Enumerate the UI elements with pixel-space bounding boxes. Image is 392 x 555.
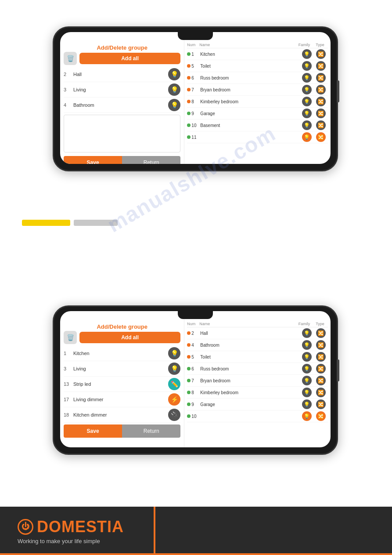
dot-orange <box>187 355 191 359</box>
type-shuffle-icon: 🔀 <box>316 340 326 350</box>
item-num: 4 <box>64 102 73 108</box>
rli-num: 6 <box>191 366 200 371</box>
phone-1: Add/Delete groupe 🗑️ Add all 2 Hall 💡 3 … <box>53 26 338 171</box>
save-button-1[interactable]: Save <box>64 156 122 164</box>
rli-type-icon: 🔀 <box>314 364 328 374</box>
rli-family-icon: 💡 <box>300 328 314 338</box>
dimmer-icon-living: ⚡ <box>168 393 180 406</box>
header-type: Type <box>312 43 328 47</box>
rli-family-icon: 💡 <box>300 120 314 130</box>
family-bulb-icon: 💡 <box>302 85 312 94</box>
bulb-icon-kitchen: 💡 <box>168 347 180 359</box>
type-shuffle-icon: 🔀 <box>316 61 326 71</box>
dot-orange <box>187 64 191 68</box>
rli-num: 1 <box>191 52 200 57</box>
rli-family-icon: 💡 <box>300 61 314 71</box>
list-item-2-kitchen: 1 Kitchen 💡 <box>64 346 180 361</box>
footer-tagline: Working to make your life simple <box>18 538 124 544</box>
footer-brand: ⏻ DOMESTIA <box>18 518 124 536</box>
rli-name: Garage <box>200 111 300 116</box>
rli-family-icon: 💡 <box>300 109 314 118</box>
list-item-2-living: 3 Living 💡 <box>64 361 180 377</box>
trash-button-1[interactable]: 🗑️ <box>64 52 77 65</box>
rli-family-icon: 💡 <box>300 73 314 83</box>
side-button-2 <box>337 359 339 381</box>
header-num: Num <box>187 43 199 47</box>
header-num2: Num <box>187 322 199 326</box>
return-button-2[interactable]: Return <box>122 424 180 438</box>
app-1-right: Num Name Family Type 1 Kitchen 💡 🔀 5 Toi… <box>184 40 331 164</box>
footer-divider <box>0 553 392 555</box>
rli-type-icon: 🔀 <box>314 73 328 83</box>
rli-family-icon: 💡 <box>300 132 314 142</box>
type-shuffle-icon: 🔀 <box>316 49 326 59</box>
list-item-2-strip: 13 Strip led ✏️ <box>64 377 180 392</box>
rli-num: 7 <box>191 87 200 92</box>
rli-type-icon: 🔀 <box>314 97 328 106</box>
family-bulb-icon: 💡 <box>302 376 312 385</box>
type-shuffle-icon: 🔀 <box>316 109 326 118</box>
rli-type-icon: 🔀 <box>314 399 328 409</box>
dot-orange <box>187 88 191 91</box>
rli-type-icon: 🔀 <box>314 61 328 71</box>
app-1-title: Add/Delete groupe <box>64 43 180 52</box>
type-shuffle-icon: 🔀 <box>316 97 326 106</box>
save-button-2[interactable]: Save <box>64 424 122 438</box>
trash-button-2[interactable]: 🗑️ <box>64 331 77 344</box>
rli-num: 7 <box>191 378 200 383</box>
rli-family-icon: 💡 <box>300 85 314 94</box>
add-all-button-1[interactable]: Add all <box>79 53 180 64</box>
type-shuffle-icon: 🔀 <box>316 364 326 374</box>
header-family: Family <box>296 43 312 47</box>
bulb-icon-bathroom: 💡 <box>168 99 180 111</box>
item-num: 3 <box>64 366 73 371</box>
item-name: Kitchen <box>73 351 166 356</box>
rli-type-icon: 🔀 <box>314 49 328 59</box>
rli-num: 10 <box>191 123 200 128</box>
bulb-icon-living2: 💡 <box>168 363 180 375</box>
phone-notch-1 <box>178 32 213 40</box>
item-name: Hall <box>73 72 166 77</box>
phone-2: Add/Delete groupe 🗑️ Add all 1 Kitchen 💡… <box>53 305 338 455</box>
rli-russ: 6 Russ bedroom 💡 🔀 <box>187 72 328 84</box>
rli-name: Kitchen <box>200 52 300 57</box>
app-1-container: Add/Delete groupe 🗑️ Add all 2 Hall 💡 3 … <box>60 40 331 164</box>
rli-family-icon: 💡 <box>300 352 314 362</box>
rli-family-icon: 💡 <box>300 388 314 397</box>
right-header-2: Num Name Family Type <box>187 321 328 327</box>
rli-name: Russ bedroom <box>200 76 300 80</box>
item-num: 18 <box>64 412 73 417</box>
app-1-left: Add/Delete groupe 🗑️ Add all 2 Hall 💡 3 … <box>60 40 184 164</box>
type-shuffle-icon: 🔀 <box>316 352 326 362</box>
rli-name: Garage <box>200 402 300 407</box>
rli-name: Toilet <box>200 355 300 359</box>
family-bulb-icon: 💡 <box>302 49 312 59</box>
item-name: Strip led <box>73 381 166 387</box>
bottom-buttons-2: Save Return <box>64 424 180 438</box>
dot-orange <box>187 343 191 347</box>
rli-family-icon: 💡 <box>300 399 314 409</box>
side-button-1 <box>337 80 339 102</box>
rli-num: 8 <box>191 99 200 104</box>
text-input-1[interactable] <box>64 115 180 152</box>
rli-name: Basement <box>200 123 300 128</box>
dot-orange <box>187 100 191 103</box>
rli-num: 5 <box>191 64 200 69</box>
type-shuffle-icon-last: 🔀 <box>316 132 326 142</box>
item-name: Bathroom <box>73 102 166 108</box>
family-bulb-icon: 💡 <box>302 388 312 397</box>
progress-bar-gray <box>74 220 118 226</box>
dot-green <box>187 135 191 139</box>
add-all-button-2[interactable]: Add all <box>79 332 180 343</box>
app-2-left: Add/Delete groupe 🗑️ Add all 1 Kitchen 💡… <box>60 319 184 447</box>
rli-name: Russ bedroom <box>200 366 300 371</box>
return-button-1[interactable]: Return <box>122 156 180 164</box>
rli-type-icon: 🔀 <box>314 109 328 118</box>
type-shuffle-icon: 🔀 <box>316 376 326 385</box>
dimmer-icon-kitchen: 🔌 <box>168 409 180 421</box>
header-family2: Family <box>296 322 312 326</box>
list-item-1-bathroom: 4 Bathroom 💡 <box>64 98 180 113</box>
dot-green <box>187 52 191 56</box>
dot-orange <box>187 331 191 335</box>
strip-icon: ✏️ <box>168 378 180 390</box>
